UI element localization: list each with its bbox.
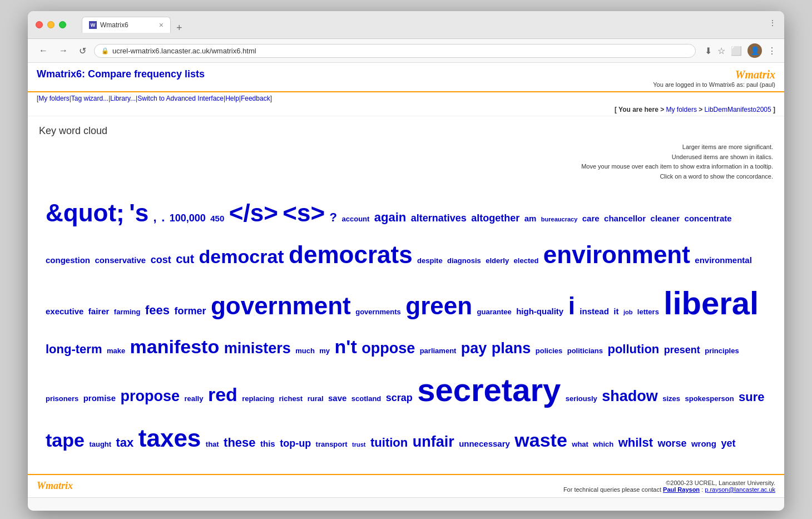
cloud-word[interactable]: save [328,393,346,403]
cloud-word[interactable]: democrat [199,246,284,267]
nav-advanced[interactable]: Switch to Advanced Interface [137,95,224,102]
cloud-word[interactable]: elderly [486,256,509,265]
cloud-word[interactable]: top-up [280,438,311,449]
active-tab[interactable]: W Wmatrix6 × [82,17,171,33]
cloud-word[interactable]: tuition [370,436,408,449]
cloud-word[interactable]: chancellor [604,214,646,223]
cloud-word[interactable]: government [211,292,351,319]
cloud-word[interactable]: red [208,384,237,405]
cloud-word[interactable]: instead [580,307,609,316]
maximize-button[interactable] [59,21,66,28]
cloud-word[interactable]: whilst [618,436,653,449]
cloud-word[interactable]: ministers [224,340,291,357]
cloud-word[interactable]: my [319,347,330,355]
cloud-word[interactable]: wrong [691,439,716,448]
cloud-word[interactable]: unnecessary [459,439,510,448]
cloud-word[interactable]: letters [637,308,659,316]
cloud-word[interactable]: <s> [283,199,325,226]
close-button[interactable] [36,21,43,28]
cloud-word[interactable]: parliament [420,347,457,355]
cloud-word[interactable]: again [374,210,406,224]
cloud-word[interactable]: green [405,292,472,319]
cloud-word[interactable]: waste [514,429,567,451]
cloud-word[interactable]: concentrate [685,214,732,223]
cloud-word[interactable]: former [174,305,206,317]
cloud-word[interactable]: bureaucracy [541,216,577,223]
cloud-word[interactable]: sizes [662,394,680,403]
cloud-word[interactable]: democrats [289,241,413,268]
breadcrumb-manifesto[interactable]: LibDemManifesto2005 [705,106,771,113]
cloud-word[interactable]: promise [83,393,116,403]
footer-contact-name[interactable]: Paul Rayson [663,486,700,493]
cloud-word[interactable]: policies [536,347,562,355]
cloud-word[interactable]: politicians [567,347,603,355]
cloud-word[interactable]: 's [129,199,148,226]
cloud-word[interactable]: tape [46,429,85,451]
cloud-word[interactable]: despite [417,256,443,265]
cloud-word[interactable]: fairer [88,307,110,316]
cloud-word[interactable]: . [161,210,165,224]
cloud-word[interactable]: replacing [242,394,274,403]
cloud-word[interactable]: shadow [602,388,658,404]
cloud-word[interactable]: i [568,292,575,319]
footer-contact-email[interactable]: p.rayson@lancaster.ac.uk [705,486,775,493]
cloud-word[interactable]: job [623,309,633,315]
cloud-word[interactable]: , [154,210,157,224]
cloud-word[interactable]: fees [145,303,170,317]
new-tab-button[interactable]: + [172,23,187,33]
cloud-word[interactable]: </s> [229,199,278,226]
cloud-word[interactable]: cleaner [651,214,680,223]
cloud-word[interactable]: &quot; [46,199,125,226]
cloud-word[interactable]: trust [352,441,365,448]
cloud-word[interactable]: prisoners [46,394,78,403]
cloud-word[interactable]: propose [121,388,180,404]
reload-button[interactable]: ↺ [76,45,90,57]
forward-button[interactable]: → [56,45,71,57]
cloud-word[interactable]: scrap [386,392,413,403]
cloud-word[interactable]: spokesperson [685,394,734,403]
cloud-word[interactable]: yet [721,438,735,449]
cloud-word[interactable]: these [224,436,255,449]
cloud-word[interactable]: tax [116,436,134,449]
cloud-word[interactable]: pollution [607,342,659,356]
cloud-word[interactable]: transport [316,440,348,448]
address-bar[interactable]: 🔒 ucrel-wmatrix6.lancaster.ac.uk/wmatrix… [94,44,696,58]
cloud-word[interactable]: taught [89,440,111,448]
cloud-word[interactable]: scotland [351,394,381,403]
cloud-word[interactable]: account [342,215,370,223]
minimize-button[interactable] [47,21,55,28]
nav-library[interactable]: Library... [110,95,136,102]
cloud-word[interactable]: ? [330,210,337,224]
cloud-word[interactable]: am [524,214,537,223]
nav-tag-wizard[interactable]: Tag wizard... [71,95,108,102]
cloud-word[interactable]: long-term [46,342,102,356]
cloud-word[interactable]: governments [355,308,401,316]
cloud-word[interactable]: what [572,440,588,448]
cloud-word[interactable]: plans [492,340,531,357]
cloud-word[interactable]: really [184,394,203,403]
cloud-word[interactable]: 100,000 [170,212,206,224]
cloud-word[interactable]: executive [46,307,83,316]
cloud-word[interactable]: worse [657,438,686,449]
profile-avatar[interactable]: 👤 [747,43,762,58]
nav-help[interactable]: Help [225,95,239,102]
cloud-word[interactable]: present [664,344,700,355]
nav-my-folders[interactable]: My folders [38,95,69,102]
cloud-word[interactable]: guarantee [477,308,512,316]
cloud-word[interactable]: conservative [95,255,146,265]
bookmark-icon[interactable]: ☆ [717,46,725,56]
cloud-word[interactable]: pay [461,340,487,357]
cloud-word[interactable]: environment [543,241,690,268]
cloud-word[interactable]: high-quality [516,307,563,316]
window-menu-icon[interactable]: ⋮ [769,18,776,27]
cloud-word[interactable]: which [593,440,613,448]
cloud-word[interactable]: principles [705,347,739,355]
cloud-word[interactable]: alternatives [411,212,467,224]
cloud-word[interactable]: altogether [471,212,519,224]
cloud-word[interactable]: elected [514,256,539,265]
tab-close-icon[interactable]: × [159,21,164,29]
cloud-word[interactable]: cut [176,252,194,266]
cloud-word[interactable]: unfair [413,433,454,450]
cloud-word[interactable]: diagnosis [447,256,481,265]
cloud-word[interactable]: congestion [46,255,90,265]
